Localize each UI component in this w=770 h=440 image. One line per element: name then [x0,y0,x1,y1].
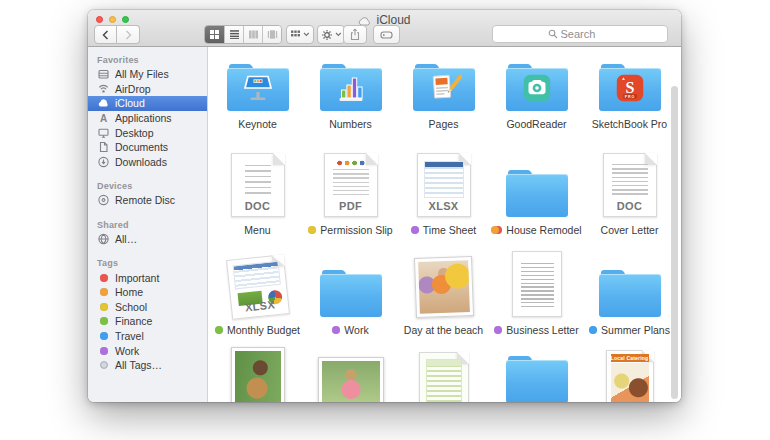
file-name-text: Cover Letter [601,224,659,236]
folder-body [506,174,568,217]
file-browser-content: KeynoteNumbersPagesGoodReaderSPROSketchB… [208,47,681,402]
document-preview-lines [612,164,648,196]
file-label: Permission Slip [308,223,392,236]
app-folder-icon: SPRO [599,64,661,111]
search-input[interactable] [561,28,613,40]
file-item-numbers[interactable]: Numbers [304,53,397,130]
tag-dot [100,288,108,296]
sidebar-item-travel[interactable]: Travel [88,329,207,344]
svg-text:PRO: PRO [624,95,635,99]
file-item-day-at-the-beach[interactable]: Day at the beach [397,249,490,336]
file-label: Cover Letter [601,223,659,236]
sidebar-item-all[interactable]: All… [88,232,207,247]
coverflow-view-button[interactable] [262,26,281,43]
grid-row: DOCMenuPDFPermission SlipXLSXTime SheetH… [211,145,681,236]
sidebar-item-applications[interactable]: AApplications [88,111,207,126]
sidebar-item-home[interactable]: Home [88,285,207,300]
file-name-text: Work [344,324,368,336]
file-name-text: Time Sheet [423,224,476,236]
file-item-pages[interactable]: Pages [397,53,490,130]
file-item[interactable] [397,347,490,402]
sidebar-item-downloads[interactable]: Downloads [88,155,207,170]
pages-app-icon [426,71,462,109]
tag-dot [100,361,108,369]
share-button[interactable] [343,25,367,44]
all-my-files-icon [97,68,110,80]
tag-color-icon [97,286,110,298]
tag-dot [100,303,108,311]
document-preview-lines [424,161,464,198]
file-item-summer-plans[interactable]: Summer Plans [583,249,676,336]
sidebar-item-important[interactable]: Important [88,270,207,285]
file-name-text: Pages [429,118,459,130]
column-view-button[interactable] [243,26,262,43]
scrollbar-thumb[interactable] [671,86,678,399]
back-button[interactable] [94,25,117,44]
tag-button[interactable] [373,25,400,44]
file-item[interactable]: Local Catering [583,347,676,402]
file-item[interactable] [304,347,397,402]
sidebar-item-school[interactable]: School [88,300,207,315]
sidebar-item-label: Travel [115,330,144,342]
document-type-label: XLSX [418,200,470,212]
file-label: Summer Plans [589,323,670,336]
file-icon-area [419,347,469,402]
file-item-keynote[interactable]: Keynote [211,53,304,130]
folder-icon [599,270,661,317]
file-icon-area [320,53,382,111]
file-item-menu[interactable]: DOCMenu [211,145,304,236]
file-item-monthly-budget[interactable]: XLSXMonthly Budget [211,249,304,336]
sidebar-item-label: Applications [115,112,172,124]
file-item-work[interactable]: Work [304,249,397,336]
downloads-icon [97,156,110,168]
forward-button[interactable] [117,25,140,44]
file-icon-area: DOC [231,145,285,217]
file-label: GoodReader [506,117,566,130]
search-field[interactable] [492,25,668,43]
file-item-time-sheet[interactable]: XLSXTime Sheet [397,145,490,236]
file-name-text: House Remodel [506,224,581,236]
photo-image [235,351,281,402]
file-item-cover-letter[interactable]: DOCCover Letter [583,145,676,236]
file-tag-dot [491,226,499,234]
action-menu-button[interactable] [317,25,345,44]
sidebar-section-header-tags: Tags [88,255,207,270]
file-icon-area [231,347,285,402]
folder-icon [506,170,568,217]
file-item-business-letter[interactable]: Business Letter [490,249,583,336]
file-item[interactable] [211,347,304,402]
arrange-menu-button[interactable] [286,25,314,44]
file-label: SketchBook Pro [592,117,667,130]
applications-icon: A [97,112,110,124]
scrollbar [670,86,679,399]
file-name-text: Day at the beach [404,324,483,336]
file-item[interactable] [490,347,583,402]
sidebar-item-all-my-files[interactable]: All My Files [88,67,207,82]
icon-view-button[interactable] [205,26,224,43]
sidebar-item-finance[interactable]: Finance [88,314,207,329]
titlebar: iCloud [88,10,681,47]
file-item-house-remodel[interactable]: House Remodel [490,145,583,236]
sidebar-item-icloud[interactable]: iCloud [88,96,207,111]
file-icon-area [599,249,661,317]
sidebar-item-documents[interactable]: Documents [88,140,207,155]
remote-disc-icon [97,194,110,206]
file-name-text: Business Letter [506,324,578,336]
sidebar-item-remote-disc[interactable]: Remote Disc [88,193,207,208]
file-label: Keynote [238,117,277,130]
file-item-sketchbook-pro[interactable]: SPROSketchBook Pro [583,53,676,130]
file-item-goodreader[interactable]: GoodReader [490,53,583,130]
timesheet-document-icon: XLSX [417,153,471,217]
sidebar-item-work[interactable]: Work [88,343,207,358]
sidebar-item-label: Downloads [115,156,167,168]
sidebar-item-airdrop[interactable]: AirDrop [88,82,207,97]
numbers-app-icon [333,71,369,109]
list-view-button[interactable] [224,26,243,43]
cover-document-icon: DOC [603,153,657,217]
file-label: Time Sheet [411,223,476,236]
file-name-text: Monthly Budget [227,324,300,336]
sidebar-item-all-tags[interactable]: All Tags… [88,358,207,373]
sidebar-item-desktop[interactable]: Desktop [88,125,207,140]
file-tag-dot [332,326,340,334]
file-item-permission-slip[interactable]: PDFPermission Slip [304,145,397,236]
